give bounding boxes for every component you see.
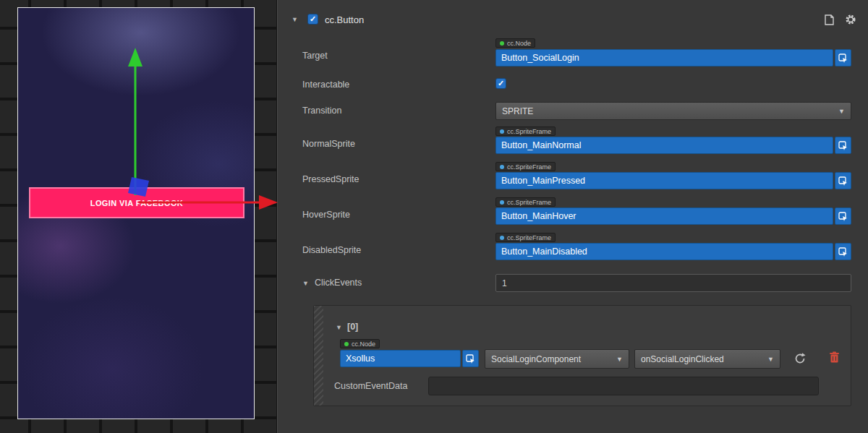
design-canvas[interactable]: LOGIN VIA FACEBOOK [17,7,255,419]
normal-sprite-type-tag: cc.SpriteFrame [495,127,556,136]
hover-sprite-type-tag: cc.SpriteFrame [495,197,556,207]
normal-sprite-field[interactable]: Button_MainNormal [495,137,851,154]
click-events-collapse-icon[interactable]: ▼ [302,280,309,287]
node-picker-icon [838,53,848,63]
component-enabled-checkbox[interactable]: ✓ [307,14,318,25]
node-picker-icon [838,141,848,150]
scene-viewport[interactable]: LOGIN VIA FACEBOOK [0,0,278,433]
pressed-sprite-field[interactable]: Button_MainPressed [495,172,851,189]
spriteframe-type-dot-icon [500,200,504,205]
node-picker-icon [838,247,848,257]
event-node-field[interactable]: Xsollus [340,350,479,367]
node-picker-icon [838,176,848,186]
custom-event-data-input[interactable] [428,377,819,395]
hover-sprite-label: HoverSprite [302,210,350,220]
disabled-sprite-picker[interactable] [835,243,851,260]
interactable-label: Interactable [302,80,349,90]
interactable-checkbox[interactable]: ✓ [495,78,506,89]
spriteframe-type-dot-icon [500,165,504,169]
disabled-sprite-type-tag: cc.SpriteFrame [495,233,556,242]
event-0-collapse-icon[interactable]: ▼ [336,324,342,331]
event-component-dropdown[interactable]: SocialLoginComponent ▼ [485,349,629,369]
trash-icon[interactable] [829,351,840,364]
component-title: cc.Button [325,14,364,25]
hover-sprite-picker[interactable] [835,207,851,225]
transition-label: Transition [302,106,341,116]
hover-sprite-field[interactable]: Button_MainHover [495,207,851,225]
chevron-down-icon: ▼ [616,356,623,363]
node-picker-icon [466,354,475,364]
refresh-icon[interactable] [793,352,807,365]
disabled-sprite-field[interactable]: Button_MainDisabled [495,243,851,260]
chevron-down-icon: ▼ [838,108,845,115]
social-login-button-label: LOGIN VIA FACEBOOK [90,199,183,207]
disabled-sprite-label: DisabledSprite [302,245,361,255]
click-events-count-field[interactable]: 1 [495,274,851,292]
click-event-0-panel: ▼ [0] cc.Node Xsollus SocialLoginCompone… [313,305,851,406]
pressed-sprite-label: PressedSprite [302,174,359,184]
transition-dropdown[interactable]: SPRITE ▼ [495,102,851,120]
social-login-button-node[interactable]: LOGIN VIA FACEBOOK [29,187,244,218]
pressed-sprite-type-tag: cc.SpriteFrame [495,162,556,171]
docs-icon[interactable] [823,14,835,26]
node-type-dot-icon [500,41,504,46]
event-node-picker[interactable] [462,350,479,367]
pressed-sprite-picker[interactable] [835,172,851,189]
event-node-type-tag: cc.Node [340,339,380,348]
custom-event-data-label: CustomEventData [334,381,407,391]
inspector-panel: ▼ ✓ cc.Button Target cc.Node Button_Soci… [278,0,868,433]
target-node-field[interactable]: Button_SocialLogin [495,49,851,67]
drag-grip-icon[interactable] [314,306,323,406]
chevron-down-icon: ▼ [767,356,774,363]
normal-sprite-picker[interactable] [835,137,851,154]
spriteframe-type-dot-icon [500,236,504,240]
event-0-index-label: [0] [347,322,358,332]
target-node-picker[interactable] [835,49,851,67]
gear-icon[interactable] [844,13,857,26]
node-picker-icon [838,212,848,221]
node-type-dot-icon [344,342,349,346]
component-collapse-icon[interactable]: ▼ [292,16,298,23]
click-events-label: ClickEvents [315,278,362,288]
target-label: Target [302,51,328,61]
event-handler-dropdown[interactable]: onSocialLoginClicked ▼ [634,349,780,369]
target-type-tag: cc.Node [495,38,535,48]
normal-sprite-label: NormalSprite [302,139,355,149]
spriteframe-type-dot-icon [500,129,504,134]
